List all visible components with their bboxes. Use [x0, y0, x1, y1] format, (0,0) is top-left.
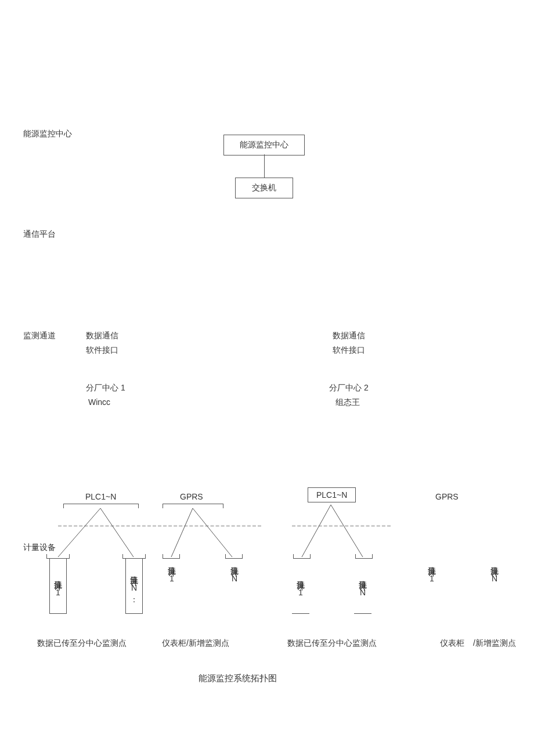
svg-line-3 [193, 508, 232, 557]
node-plc-2-box: PLC1~N [308, 487, 356, 502]
meter-g2-n: 流量计 N [489, 560, 500, 584]
svg-line-5 [331, 505, 363, 557]
section-monitor-channel-label: 监测通道 [23, 331, 56, 341]
bottom-cabinet-new-1: 仪表柜/新增监测点 [162, 638, 229, 649]
meter-cap-6 [355, 554, 373, 559]
channel-data-comm-2: 数据通信 [333, 331, 365, 341]
meter-2-1: 流量计 1 [292, 559, 309, 614]
channel-software-if-2: 软件接口 [333, 345, 365, 356]
bottom-uploaded-2: 数据已传至分中心监测点 [287, 638, 377, 649]
meter-cap-5 [293, 554, 311, 559]
connector-gprs1-meters [154, 504, 258, 562]
svg-line-0 [58, 508, 100, 557]
branch-2-center: 分厂中心 2 [329, 383, 369, 393]
svg-line-4 [302, 505, 331, 557]
branch-1-software: Wincc [88, 397, 110, 407]
diagram-title: 能源监控系统拓扑图 [199, 673, 277, 684]
connector-plc1-meters [46, 504, 151, 562]
meter-g1-n: 流量计 N [229, 560, 240, 584]
svg-line-1 [100, 508, 134, 557]
meter-1-1: 流量计 1 [49, 559, 67, 614]
branch-1-center: 分厂中心 1 [86, 383, 125, 393]
svg-line-2 [171, 508, 193, 557]
center-box: 能源监控中心 [223, 135, 305, 155]
branch-2-software: 组态王 [335, 397, 360, 408]
connector-center-switch [264, 154, 265, 178]
node-gprs-1: GPRS [180, 492, 203, 501]
connector-plc2-meters [287, 504, 392, 562]
meter-cap-4 [225, 554, 243, 559]
channel-software-if-1: 软件接口 [86, 345, 118, 356]
bottom-cabinet-2: 仪表柜 [440, 638, 464, 649]
meter-cap-1 [46, 554, 70, 559]
meter-cap-3 [163, 554, 180, 559]
bottom-new-point-2: /新增监测点 [473, 638, 516, 649]
meter-2-n: 流量计 N [354, 559, 371, 614]
meter-g2-1: 流量计 1 [427, 560, 437, 584]
switch-box: 交换机 [235, 178, 293, 198]
bottom-uploaded-1: 数据已传至分中心监测点 [37, 638, 127, 649]
channel-data-comm-1: 数据通信 [86, 331, 118, 341]
section-center-label: 能源监控中心 [23, 129, 72, 139]
section-comm-platform-label: 通信平台 [23, 229, 56, 240]
node-plc-1: PLC1~N [85, 492, 116, 501]
meter-g1-1: 流量计 1 [167, 560, 177, 584]
meter-1-n: 流量计 N： [125, 559, 143, 614]
meter-cap-2 [122, 554, 146, 559]
node-gprs-2: GPRS [435, 492, 459, 501]
